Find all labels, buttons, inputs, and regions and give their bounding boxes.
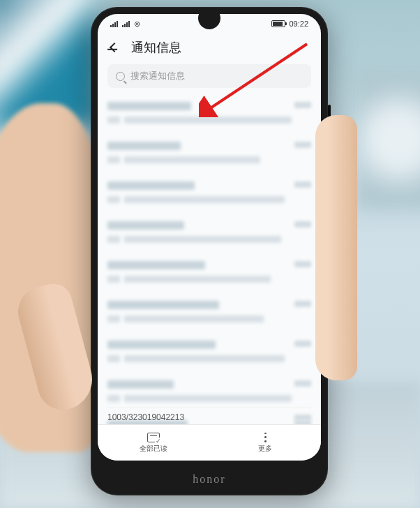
notification-list[interactable] xyxy=(98,94,321,451)
notification-preview xyxy=(124,196,285,203)
notification-preview xyxy=(107,236,120,243)
back-button[interactable] xyxy=(107,40,121,54)
notification-time xyxy=(294,221,311,227)
notification-preview xyxy=(124,355,285,362)
battery-icon xyxy=(271,20,285,27)
mark-all-read-button[interactable]: 全部已读 xyxy=(98,425,209,461)
notification-number: 1003/323019042213 xyxy=(107,412,184,422)
notification-time xyxy=(294,380,311,387)
list-item[interactable] xyxy=(107,133,311,173)
list-item[interactable] xyxy=(107,253,311,292)
notification-title xyxy=(107,181,195,190)
phone-device: honor ⊚ 09:22 通知信息 xyxy=(91,7,328,495)
page-title: 通知信息 xyxy=(131,39,181,56)
wifi-icon: ⊚ xyxy=(134,20,140,29)
page-header: 通知信息 xyxy=(98,31,321,63)
notification-preview xyxy=(107,395,120,402)
search-placeholder: 搜索通知信息 xyxy=(130,70,185,82)
notification-preview xyxy=(124,276,271,283)
notification-time xyxy=(294,142,311,148)
status-time: 09:22 xyxy=(289,20,308,28)
notification-title xyxy=(107,301,219,309)
search-input[interactable]: 搜索通知信息 xyxy=(107,64,311,88)
notification-time xyxy=(294,301,311,307)
notification-preview xyxy=(107,315,120,322)
notification-preview xyxy=(107,355,120,362)
notification-time xyxy=(294,102,311,108)
signal-icon-2 xyxy=(122,21,131,27)
notification-title xyxy=(107,221,184,230)
notification-time xyxy=(294,181,311,188)
back-arrow-icon xyxy=(110,43,119,52)
bottom-toolbar: 全部已读 更多 xyxy=(98,424,321,461)
list-item[interactable] xyxy=(107,372,311,412)
more-icon xyxy=(264,433,267,442)
screen: ⊚ 09:22 通知信息 搜索通知信息 1003/323019042213 xyxy=(98,14,321,461)
phone-brand: honor xyxy=(91,473,328,486)
notification-preview xyxy=(107,276,120,283)
notification-preview xyxy=(124,395,292,402)
list-item[interactable] xyxy=(107,332,311,372)
list-item[interactable] xyxy=(107,213,311,253)
list-item[interactable] xyxy=(107,94,311,133)
notification-preview xyxy=(107,156,120,163)
read-all-icon xyxy=(147,433,160,442)
notification-time xyxy=(294,414,311,421)
notification-title xyxy=(107,261,205,269)
notification-preview xyxy=(107,117,120,124)
notification-preview xyxy=(124,315,264,322)
notification-preview xyxy=(124,156,260,163)
notification-title xyxy=(107,341,216,349)
search-icon xyxy=(116,72,125,81)
notification-preview xyxy=(124,236,281,243)
list-item[interactable]: 1003/323019042213 xyxy=(107,408,311,424)
notification-title xyxy=(107,142,181,150)
more-button[interactable]: 更多 xyxy=(209,425,321,461)
notification-time xyxy=(294,341,311,347)
more-label: 更多 xyxy=(258,444,272,454)
signal-icon xyxy=(110,21,119,27)
notification-preview xyxy=(124,117,292,124)
list-item[interactable] xyxy=(107,173,311,213)
read-all-label: 全部已读 xyxy=(140,444,167,454)
notification-title xyxy=(107,102,191,110)
list-item[interactable] xyxy=(107,292,311,332)
notification-preview xyxy=(107,196,120,203)
notification-title xyxy=(107,380,174,389)
notification-time xyxy=(294,261,311,267)
